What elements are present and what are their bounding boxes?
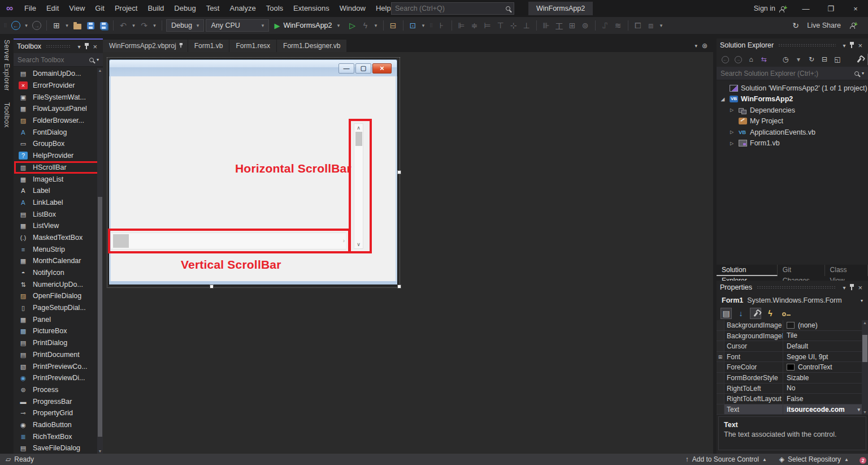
toolbox-item[interactable]: ▨ OpenFileDialog bbox=[14, 290, 97, 302]
search-options-dropdown-icon[interactable]: ▾ bbox=[862, 71, 864, 76]
toolbox-item[interactable]: ⊸ PropertyGrid bbox=[14, 407, 97, 419]
toolbox-item[interactable]: ▨ FolderBrowser... bbox=[14, 115, 97, 127]
scroll-up-icon[interactable]: ▲ bbox=[862, 321, 868, 325]
close-panel-icon[interactable]: × bbox=[858, 41, 862, 50]
property-expand-icon[interactable] bbox=[717, 384, 724, 394]
tool-window-tab[interactable]: Solution Explorer bbox=[717, 265, 778, 276]
tree-expander-icon[interactable]: ▷ bbox=[730, 130, 736, 135]
tree-expander-icon[interactable]: ◢ bbox=[721, 97, 727, 102]
window-dropdown-icon[interactable]: ▾ bbox=[420, 19, 427, 32]
property-row[interactable]: RightToLeft No bbox=[717, 384, 868, 394]
designer-canvas[interactable]: — ▢ × ∧ ∨ › Horizontal ScrollBar bbox=[103, 52, 713, 454]
toolbox-item[interactable]: ▥ HScrollBar bbox=[14, 162, 97, 174]
property-value[interactable]: Sizable bbox=[787, 374, 809, 382]
open-folder-icon[interactable] bbox=[72, 19, 83, 32]
server-explorer-tab[interactable]: Server Explorer bbox=[3, 34, 11, 97]
panel-grip[interactable] bbox=[46, 45, 71, 48]
pin-icon[interactable] bbox=[851, 45, 852, 48]
document-tab[interactable]: Form1.resx bbox=[229, 40, 276, 52]
solution-search-input[interactable] bbox=[721, 70, 852, 78]
property-expand-icon[interactable] bbox=[717, 373, 724, 383]
property-expand-icon[interactable] bbox=[717, 331, 724, 341]
property-value[interactable]: itsourcecode.com bbox=[787, 406, 845, 414]
filter-dropdown-icon[interactable]: ▾ bbox=[794, 54, 803, 65]
feedback-icon[interactable] bbox=[847, 19, 858, 32]
document-tab[interactable]: Form1.Designer.vb bbox=[277, 40, 346, 52]
toolbox-search[interactable]: ▾ bbox=[14, 53, 103, 67]
solution-tree-row[interactable]: ▷ Dependencies bbox=[717, 105, 868, 116]
close-button[interactable]: × bbox=[843, 0, 868, 17]
properties-view-icon[interactable] bbox=[750, 308, 761, 319]
tab-list-dropdown-icon[interactable]: ▾ bbox=[695, 43, 697, 49]
navigate-back-icon[interactable]: ← bbox=[10, 19, 21, 32]
tree-expander-icon[interactable]: ▷ bbox=[730, 141, 736, 146]
toolbox-item[interactable]: ▦ Panel bbox=[14, 313, 97, 325]
project-badge[interactable]: WinFormsApp2 bbox=[528, 2, 593, 15]
toolbox-item[interactable]: A LinkLabel bbox=[14, 197, 97, 209]
toolbox-item[interactable]: ▤ DomainUpDo... bbox=[14, 68, 97, 80]
toolbox-item[interactable]: A FontDialog bbox=[14, 126, 97, 138]
new-project-icon[interactable]: ⊞ bbox=[51, 19, 62, 32]
menu-item[interactable]: Git bbox=[90, 0, 110, 17]
tool-window-tab[interactable]: Git Changes bbox=[778, 265, 825, 276]
toolbox-item[interactable]: A Label bbox=[14, 185, 97, 197]
save-icon[interactable] bbox=[85, 19, 96, 32]
toolbox-item[interactable]: ▦ ImageList bbox=[14, 173, 97, 185]
solution-configuration-dropdown[interactable]: Debug▾ bbox=[166, 19, 204, 32]
toolbox-item[interactable]: ▤ SaveFileDialog bbox=[14, 442, 97, 454]
property-value[interactable]: ControlText bbox=[798, 363, 832, 371]
property-value[interactable]: (none) bbox=[798, 321, 818, 329]
property-expand-icon[interactable]: ⊞ bbox=[717, 352, 724, 362]
value-dropdown-icon[interactable]: ▾ bbox=[857, 407, 860, 412]
resize-handle-bottom-right[interactable] bbox=[397, 285, 401, 289]
property-pages-key-icon[interactable] bbox=[779, 308, 791, 319]
toolbox-item[interactable]: ▭ GroupBox bbox=[14, 138, 97, 150]
menu-item[interactable]: Test bbox=[201, 0, 225, 17]
solution-tree-row[interactable]: ◢ WinFormsApp2 bbox=[717, 94, 868, 105]
property-value[interactable]: Tile bbox=[787, 331, 797, 339]
toolbox-item[interactable]: ▤ ListBox bbox=[14, 208, 97, 220]
navigate-back-dropdown-icon[interactable]: ▾ bbox=[23, 19, 29, 32]
background-tasks-icon[interactable]: ▱ bbox=[6, 455, 11, 463]
toolbox-search-input[interactable] bbox=[18, 56, 86, 64]
solution-search[interactable]: ▾ bbox=[717, 67, 868, 80]
property-value[interactable]: Default bbox=[787, 342, 808, 350]
scroll-down-icon[interactable]: ▼ bbox=[862, 410, 868, 414]
properties-wrench-icon[interactable] bbox=[854, 54, 863, 65]
property-row[interactable]: ForeColor ControlText bbox=[717, 362, 868, 373]
toolbox-item[interactable]: ▤ PrintDialog bbox=[14, 337, 97, 349]
pin-icon[interactable] bbox=[851, 287, 852, 290]
toolbox-item[interactable]: ≡ MenuStrip bbox=[14, 243, 97, 255]
tab-pin-icon[interactable] bbox=[180, 45, 181, 48]
property-row[interactable]: RightToLeftLayout False bbox=[717, 394, 868, 404]
toolbox-item[interactable]: ⊚ Process bbox=[14, 384, 97, 396]
resize-handle-right[interactable] bbox=[397, 170, 401, 174]
solution-explorer-window-icon[interactable]: ⊡ bbox=[407, 19, 419, 32]
window-position-dropdown-icon[interactable]: ▾ bbox=[77, 44, 80, 50]
property-expand-icon[interactable] bbox=[717, 320, 724, 330]
menu-item[interactable]: File bbox=[19, 0, 41, 17]
start-without-debugging-icon[interactable]: ▷ bbox=[347, 19, 358, 32]
select-repository-button[interactable]: ◈ Select Repository ▲ bbox=[779, 455, 849, 463]
property-row[interactable]: FormBorderStyle Sizable bbox=[717, 373, 868, 384]
menu-item[interactable]: Project bbox=[110, 0, 142, 17]
toolbox-side-tab[interactable]: Toolbox bbox=[3, 97, 11, 134]
solution-tree-row[interactable]: ▷ Form1.vb bbox=[717, 138, 868, 149]
tool-window-tab[interactable]: Class View bbox=[825, 265, 868, 276]
toolbar-grip[interactable]: ⁞⁞ bbox=[2, 19, 8, 32]
toolbox-item[interactable]: × ErrorProvider bbox=[14, 80, 97, 92]
toolbox-item[interactable]: ? HelpProvider bbox=[14, 150, 97, 162]
toolbox-item[interactable]: ▦ MonthCalendar bbox=[14, 255, 97, 267]
solution-tree-row[interactable]: Solution 'WinFormsApp2' (1 of 1 project) bbox=[717, 83, 868, 94]
property-row[interactable]: Text itsourcecode.com ▾ bbox=[717, 404, 868, 415]
save-all-icon[interactable] bbox=[98, 19, 109, 32]
window-position-dropdown-icon[interactable]: ▾ bbox=[843, 42, 845, 49]
live-share-icon[interactable]: ↻ bbox=[790, 19, 801, 32]
preview-selected-icon[interactable]: ◱ bbox=[833, 54, 842, 65]
toolbox-item[interactable]: ▤ PrintDocument bbox=[14, 349, 97, 361]
events-icon[interactable]: ϟ bbox=[765, 308, 776, 319]
resize-handle-bottom[interactable] bbox=[210, 285, 214, 289]
find-in-files-icon[interactable]: ⊟ bbox=[388, 19, 399, 32]
designer-options-icon[interactable]: ⊛ bbox=[702, 42, 708, 50]
tree-expander-icon[interactable]: ▷ bbox=[730, 107, 736, 113]
